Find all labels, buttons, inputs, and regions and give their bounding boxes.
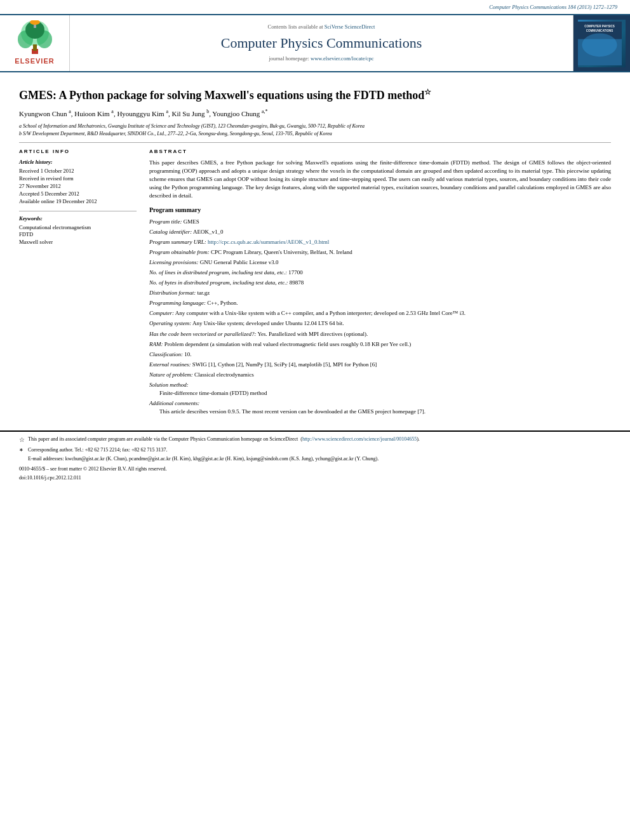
footer-bottom: 0010-4655/$ – see front matter © 2012 El…	[0, 465, 630, 487]
solution-label: Solution method:	[149, 382, 189, 388]
program-title-label: Program title:	[149, 218, 182, 225]
sciverse-text: Contents lists available at	[268, 23, 323, 30]
classification-label: Classification:	[149, 351, 183, 357]
footnote-star-item: ☆ This paper and its associated computer…	[19, 436, 611, 444]
licensing-value: GNU General Public License v3.0	[200, 259, 279, 265]
program-summary-title: Program summary	[149, 206, 611, 215]
article-title-text: GMES: A Python package for solving Maxwe…	[19, 89, 424, 102]
affiliations: a School of Information and Mechatronics…	[19, 123, 611, 137]
program-title-row: Program title: GMES	[149, 218, 611, 226]
keyword-1: Computational electromagnetism	[19, 224, 137, 232]
external-value: SWIG [1], Cython [2], NumPy [3], SciPy […	[192, 361, 377, 368]
article-title: GMES: A Python package for solving Maxwe…	[19, 88, 611, 103]
ram-label: RAM:	[149, 341, 163, 347]
sciencedirect-link[interactable]: http://www.sciencedirect.com/science/jou…	[302, 436, 417, 442]
lines-label: No. of lines in distributed program, inc…	[149, 269, 287, 276]
catalog-row: Catalog identifier: AEOK_v1_0	[149, 228, 611, 236]
footnotes-section: ☆ This paper and its associated computer…	[0, 436, 630, 462]
catalog-label: Catalog identifier:	[149, 229, 192, 235]
left-divider	[19, 211, 137, 211]
distribution-value: tar.gz	[198, 290, 210, 296]
accepted-date: Accepted 5 December 2012	[19, 190, 137, 198]
available-date: Available online 19 December 2012	[19, 198, 137, 206]
footnote-star-text: This paper and its associated computer p…	[28, 436, 611, 444]
affiliation-b: b S/W Development Department, R&D Headqu…	[19, 130, 611, 137]
two-column-section: ARTICLE INFO Article history: Received 1…	[19, 148, 611, 418]
sciverse-link[interactable]: SciVerse ScienceDirect	[325, 23, 375, 30]
computer-value: Any computer with a Unix-like system wit…	[175, 310, 466, 316]
journal-header: ELSEVIER Contents lists available at Sci…	[0, 14, 630, 72]
keyword-3: Maxwell solver	[19, 239, 137, 246]
computer-label: Computer:	[149, 310, 174, 316]
language-value: C++, Python.	[207, 300, 238, 306]
os-value: Any Unix-like system; developed under Ub…	[192, 320, 344, 326]
additional-label: Additional comments:	[149, 400, 199, 406]
ram-row: RAM: Problem dependent (a simulation wit…	[149, 340, 611, 349]
program-title-value: GMES	[184, 218, 199, 225]
os-label: Operating system:	[149, 320, 191, 326]
licensing-row: Licensing provisions: GNU General Public…	[149, 258, 611, 267]
language-label: Programming language:	[149, 300, 206, 306]
svg-text:COMMUNICATIONS: COMMUNICATIONS	[586, 29, 613, 32]
journal-header-logo: ELSEVIER	[0, 15, 70, 71]
abstract-text: This paper describes GMES, a free Python…	[149, 159, 611, 200]
journal-header-cover: COMPUTER PHYSICS COMMUNICATIONS	[573, 15, 630, 71]
keywords-section: Keywords: Computational electromagnetism…	[19, 215, 137, 247]
abstract-heading: ABSTRACT	[149, 148, 611, 155]
bytes-value: 89878	[290, 279, 304, 286]
vectorized-row: Has the code been vectorized or parallel…	[149, 330, 611, 338]
authors-text: Kyungwon Chun a, Huioon Kim a, Hyounggyu…	[19, 110, 268, 117]
journal-cover-image: COMPUTER PHYSICS COMMUNICATIONS	[578, 20, 626, 67]
footnote-email-symbol	[19, 455, 25, 462]
footnote-email-item: E-mail addresses: kwchun@gist.ac.kr (K. …	[19, 455, 611, 462]
external-label: External routines:	[149, 361, 191, 368]
homepage-link[interactable]: www.elsevier.com/locate/cpc	[311, 55, 374, 62]
footnote-email-text: E-mail addresses: kwchun@gist.ac.kr (K. …	[28, 455, 611, 462]
licensing-label: Licensing provisions:	[149, 259, 198, 265]
homepage-text: journal homepage:	[269, 55, 309, 62]
bytes-label: No. of bytes in distributed program, inc…	[149, 279, 288, 286]
classification-row: Classification: 10.	[149, 350, 611, 359]
article-history: Article history: Received 1 October 2012…	[19, 159, 137, 205]
journal-title-header: Computer Physics Communications	[221, 34, 422, 53]
distribution-label: Distribution format:	[149, 290, 196, 296]
keywords-label: Keywords:	[19, 215, 137, 223]
lines-value: 17700	[288, 269, 303, 276]
footer-divider	[0, 430, 630, 432]
section-divider	[19, 142, 611, 143]
nature-value: Classical electrodynamics	[194, 371, 254, 378]
journal-homepage-line: journal homepage: www.elsevier.com/locat…	[269, 55, 373, 63]
svg-rect-5	[33, 44, 37, 51]
cover-art-icon: COMPUTER PHYSICS COMMUNICATIONS	[578, 22, 624, 65]
history-label: Article history:	[19, 159, 137, 166]
elsevier-brand-text: ELSEVIER	[15, 57, 54, 66]
article-info-heading: ARTICLE INFO	[19, 148, 137, 155]
ram-value: Problem dependent (a simulation with rea…	[164, 341, 411, 347]
nature-label: Nature of problem:	[149, 371, 193, 378]
authors-line: Kyungwon Chun a, Huioon Kim a, Hyounggyu…	[19, 109, 611, 119]
received-revised: Received in revised form27 November 2012	[19, 175, 137, 190]
footnote-star-symbol: ☆	[19, 436, 25, 444]
external-row: External routines: SWIG [1], Cython [2],…	[149, 361, 611, 369]
summary-url-row: Program summary URL: http://cpc.cs.qub.a…	[149, 238, 611, 246]
article-info-column: ARTICLE INFO Article history: Received 1…	[19, 148, 137, 418]
bytes-row: No. of bytes in distributed program, inc…	[149, 279, 611, 287]
journal-reference: Computer Physics Communications 184 (201…	[489, 4, 617, 10]
svg-text:COMPUTER PHYSICS: COMPUTER PHYSICS	[584, 25, 615, 28]
summary-url-label: Program summary URL:	[149, 239, 206, 245]
obtainable-label: Program obtainable from:	[149, 249, 210, 255]
abstract-column: ABSTRACT This paper describes GMES, a fr…	[149, 148, 611, 418]
obtainable-row: Program obtainable from: CPC Program Lib…	[149, 248, 611, 257]
summary-url-link[interactable]: http://cpc.cs.qub.ac.uk/summaries/AEOK_v…	[208, 239, 329, 245]
doi-text: doi:10.1016/j.cpc.2012.12.011	[19, 474, 611, 481]
solution-value: Finite-difference time-domain (FDTD) met…	[149, 390, 267, 396]
copyright-text: 0010-4655/$ – see front matter © 2012 El…	[19, 465, 611, 472]
main-content: GMES: A Python package for solving Maxwe…	[0, 72, 630, 424]
lines-row: No. of lines in distributed program, inc…	[149, 269, 611, 277]
journal-header-center: Contents lists available at SciVerse Sci…	[70, 15, 573, 71]
received-date: Received 1 October 2012	[19, 168, 137, 175]
os-row: Operating system: Any Unix-like system; …	[149, 319, 611, 328]
nature-row: Nature of problem: Classical electrodyna…	[149, 371, 611, 379]
obtainable-value: CPC Program Library, Queen's University,…	[211, 249, 352, 255]
language-row: Programming language: C++, Python.	[149, 299, 611, 307]
